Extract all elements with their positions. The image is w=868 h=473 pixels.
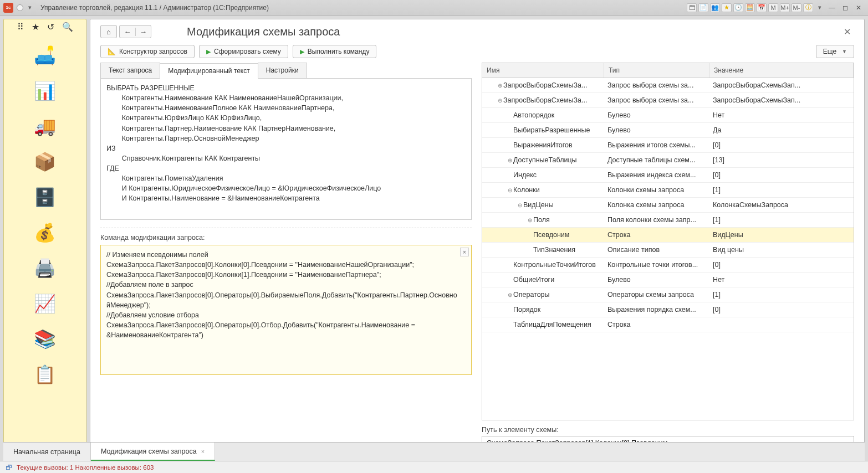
titlebar-caret-icon[interactable]: ▾	[815, 3, 825, 12]
m-minus-button[interactable]: M-	[792, 3, 801, 12]
row-value: Нет	[709, 274, 854, 286]
tab-modified-text[interactable]: Модифицированный текст	[160, 63, 258, 79]
more-button[interactable]: Еще ▼	[816, 45, 854, 58]
grid-header: Имя Тип Значение	[482, 63, 854, 78]
nav-truck-icon[interactable]: 🚚	[28, 111, 62, 142]
table-row[interactable]: КонтрольныеТочкиИтоговКонтрольные точки …	[482, 258, 854, 273]
nav-clipboard-icon[interactable]: 📋	[28, 359, 62, 390]
clear-command-button[interactable]: ×	[460, 248, 469, 256]
grid-header-name[interactable]: Имя	[482, 63, 604, 78]
tab-query-text[interactable]: Текст запроса	[100, 63, 160, 78]
titlebar-tool-4[interactable]: 🕓	[733, 3, 743, 12]
tree-toggle-icon[interactable]: ⊕	[497, 83, 503, 89]
table-row[interactable]: ⊕ ЗапросВыбораСхемыЗа...Запрос выбора сх…	[482, 78, 854, 93]
tree-toggle-icon[interactable]: ⊖	[517, 202, 523, 208]
table-row[interactable]: ТаблицаДляПомещенияСтрока	[482, 317, 854, 332]
table-row[interactable]: ⊕ ДоступныеТаблицыДоступные таблицы схем…	[482, 153, 854, 168]
grid-header-value[interactable]: Значение	[709, 63, 854, 78]
apps-icon[interactable]: ⠿	[17, 22, 24, 32]
row-type: Контрольные точки итогов...	[604, 259, 709, 271]
m-button[interactable]: M	[768, 3, 778, 12]
table-row[interactable]: ⊖ КолонкиКолонки схемы запроса[1]	[482, 183, 854, 198]
tree-toggle-icon[interactable]: ⊕	[507, 292, 513, 298]
history-icon[interactable]: ↺	[47, 22, 54, 32]
row-type: Описание типов	[604, 244, 709, 256]
constructor-button[interactable]: 📐 Конструктор запросов	[100, 45, 195, 58]
table-row[interactable]: ⊕ ОператорыОператоры схемы запроса[1]	[482, 287, 854, 302]
titlebar-circle-icon[interactable]	[17, 4, 23, 11]
window-title: Управление торговлей, редакция 11.1 / Ад…	[40, 4, 269, 12]
tree-toggle-icon[interactable]: ⊕	[527, 217, 533, 223]
row-value: [1]	[709, 214, 854, 226]
calendar-icon[interactable]: 📅	[757, 3, 767, 12]
info-icon[interactable]: ⓘ	[803, 3, 813, 12]
close-panel-button[interactable]: ✕	[840, 25, 854, 38]
tree-toggle-icon[interactable]: ⊕	[507, 157, 513, 163]
back-button[interactable]: ←	[120, 28, 135, 36]
titlebar-dropdown-icon[interactable]: ▾	[25, 3, 35, 12]
star-icon[interactable]: ★	[722, 3, 732, 12]
row-name: Псевдоним	[533, 231, 569, 239]
schema-grid[interactable]: Имя Тип Значение ⊕ ЗапросВыбораСхемыЗа..…	[482, 63, 854, 420]
favorites-star-icon[interactable]: ★	[32, 22, 39, 32]
table-row[interactable]: ОбщиеИтогиБулевоНет	[482, 273, 854, 287]
run-command-button[interactable]: ▶ Выполнить команду	[293, 45, 377, 58]
table-row[interactable]: ПсевдонимСтрокаВидЦены	[482, 228, 854, 243]
tree-toggle-icon[interactable]: ⊖	[507, 187, 513, 193]
titlebar-tool-2[interactable]: 📄	[698, 3, 708, 12]
table-row[interactable]: ⊖ ВидЦеныКолонка схемы запросаКолонкаСхе…	[482, 198, 854, 213]
window-close[interactable]: ✕	[852, 3, 865, 13]
close-tab-icon[interactable]: ×	[201, 448, 205, 455]
table-row[interactable]: ⊕ ПоляПоля колонки схемы запр...[1]	[482, 213, 854, 228]
row-name: ОбщиеИтоги	[513, 276, 554, 284]
nav-folders-icon[interactable]: 📚	[28, 323, 62, 354]
nav-coins-icon[interactable]: 💰	[28, 217, 62, 248]
table-row[interactable]: ВыраженияИтоговВыражения итогов схемы...…	[482, 138, 854, 153]
nav-chart-icon[interactable]: 📊	[28, 75, 62, 106]
row-name: Операторы	[513, 291, 550, 299]
table-row[interactable]: ⊖ ЗапросВыбораСхемыЗа...Запрос выбора сх…	[482, 93, 854, 108]
row-name: ЗапросВыбораСхемыЗа...	[503, 81, 587, 89]
m-plus-button[interactable]: M+	[780, 3, 790, 12]
home-button[interactable]: ⌂	[100, 25, 117, 38]
nav-desk-icon[interactable]: 🛋️	[28, 40, 62, 71]
nav-boxes-icon[interactable]: 📦	[28, 146, 62, 177]
row-value	[709, 322, 854, 327]
query-textarea[interactable]: ВЫБРАТЬ РАЗРЕШЕННЫЕ Контрагенты.Наименов…	[100, 79, 472, 220]
row-type: Операторы схемы запроса	[604, 289, 709, 301]
statusbar: 🗗 Текущие вызовы: 1 Накопленные вызовы: …	[0, 461, 868, 473]
tree-toggle-icon[interactable]: ⊖	[497, 97, 503, 104]
grid-header-type[interactable]: Тип	[604, 63, 709, 78]
bottom-tab-current[interactable]: Модификация схемы запроса ×	[91, 443, 215, 461]
path-label: Путь к элементу схемы:	[482, 426, 854, 434]
row-type: Колонки схемы запроса	[604, 184, 709, 196]
window-minimize[interactable]: —	[826, 3, 838, 13]
nav-scanner-icon[interactable]: 🖨️	[28, 253, 62, 284]
bottom-tab-start[interactable]: Начальная страница	[3, 443, 91, 461]
table-row[interactable]: АвтопорядокБулевоНет	[482, 108, 854, 123]
bottom-tabs: Начальная страница Модификация схемы зап…	[3, 442, 865, 461]
row-name: Порядок	[513, 306, 540, 313]
tab-settings[interactable]: Настройки	[258, 63, 307, 78]
table-row[interactable]: ТипЗначенияОписание типовВид цены	[482, 243, 854, 258]
status-icon: 🗗	[4, 464, 13, 471]
row-name: ТипЗначения	[533, 246, 575, 254]
titlebar-tool-1[interactable]: 🗔	[687, 3, 697, 12]
titlebar-tool-3[interactable]: 👥	[710, 3, 720, 12]
nav-shelf-icon[interactable]: 🗄️	[28, 182, 62, 213]
table-row[interactable]: ИндексВыражения индекса схем...[0]	[482, 168, 854, 183]
row-name: ТаблицаДляПомещения	[513, 321, 591, 328]
titlebar: 1c ▾ Управление торговлей, редакция 11.1…	[0, 0, 868, 16]
table-row[interactable]: ВыбиратьРазрешенныеБулевоДа	[482, 123, 854, 138]
row-name: ВыраженияИтогов	[513, 141, 573, 149]
build-schema-button[interactable]: ▶ Сформировать схему	[199, 45, 288, 58]
nav-barchart-icon[interactable]: 📈	[28, 288, 62, 319]
command-textarea[interactable]	[101, 245, 471, 373]
search-icon[interactable]: 🔍	[62, 22, 73, 32]
forward-button[interactable]: →	[135, 28, 151, 36]
play-icon: ▶	[206, 48, 211, 55]
row-name: Индекс	[513, 171, 537, 179]
window-maximize[interactable]: ◻	[839, 3, 851, 13]
table-row[interactable]: ПорядокВыражения порядка схем...[0]	[482, 302, 854, 317]
calculator-icon[interactable]: 🧮	[745, 3, 755, 12]
